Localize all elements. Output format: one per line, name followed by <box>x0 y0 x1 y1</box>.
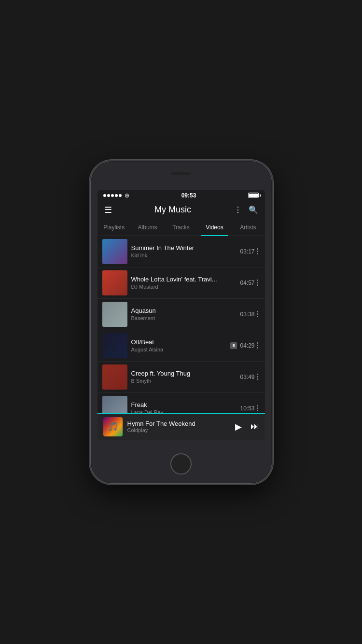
track-item[interactable]: AquasunBasement03:38 <box>97 299 265 330</box>
track-thumbnail <box>102 364 127 390</box>
now-playing-artist: Coldplay <box>127 427 230 433</box>
more-dot <box>257 248 258 250</box>
phone-frame: ⊛ 09:53 ☰ My Music ⋮ 🔍 PlaylistsAlbumsTr… <box>91 161 272 483</box>
status-time: 09:53 <box>181 192 196 199</box>
track-info: FreakLana Del Rey <box>127 401 240 413</box>
track-more-button[interactable] <box>255 403 260 413</box>
more-options-icon[interactable]: ⋮ <box>234 205 242 214</box>
now-playing-thumbnail: 🎵 <box>103 417 123 436</box>
more-dot <box>257 407 258 409</box>
more-dot <box>257 251 258 252</box>
track-artist: DJ Mustard <box>131 284 237 290</box>
tab-tracks[interactable]: Tracks <box>164 219 197 236</box>
track-more-button[interactable] <box>255 246 260 256</box>
now-playing-thumb-bg: 🎵 <box>103 417 123 436</box>
camera <box>180 168 182 171</box>
status-left: ⊛ <box>103 192 129 199</box>
more-dot <box>257 345 258 346</box>
more-dot <box>257 374 258 375</box>
more-dot <box>257 282 258 283</box>
signal-dot <box>111 194 114 197</box>
now-playing-bar[interactable]: 🎵 Hymn For The Weekend Coldplay ▶ ⏭ <box>97 413 265 440</box>
status-bar: ⊛ 09:53 <box>97 190 265 201</box>
signal-dots <box>103 194 122 197</box>
more-dot <box>257 316 258 317</box>
track-duration: 03:17 <box>240 248 254 255</box>
track-duration: 03:49 <box>240 374 254 380</box>
track-more-button[interactable] <box>255 340 260 350</box>
more-dot <box>257 376 258 378</box>
tabs: PlaylistsAlbumsTracksVideosArtists <box>97 219 265 236</box>
track-thumbnail <box>102 302 127 327</box>
track-thumbnail <box>102 270 127 295</box>
track-info: AquasunBasement <box>127 307 240 321</box>
track-item[interactable]: Whole Lotta Lovin' feat. Travi...DJ Must… <box>97 267 265 299</box>
signal-dot <box>103 194 106 197</box>
signal-dot <box>107 194 110 197</box>
track-more-button[interactable] <box>255 309 260 319</box>
header: ☰ My Music ⋮ 🔍 <box>97 201 265 219</box>
track-duration: 03:38 <box>240 311 254 318</box>
now-playing-title: Hymn For The Weekend <box>127 420 230 427</box>
thumb-bg <box>102 333 127 358</box>
home-button[interactable] <box>170 453 192 475</box>
track-item[interactable]: Off/BeatAugust AlsinaE04:29 <box>97 330 265 362</box>
track-artist: Kid Ink <box>131 252 237 258</box>
track-meta: 03:17 <box>240 248 254 255</box>
track-meta: 04:57 <box>240 280 254 286</box>
track-item[interactable]: Creep ft. Young ThugB Smyth03:49 <box>97 362 265 393</box>
track-title: Aquasun <box>131 307 237 314</box>
track-item[interactable]: FreakLana Del Rey10:53 <box>97 393 265 413</box>
thumb-bg <box>102 270 127 295</box>
thumb-bg <box>102 302 127 327</box>
track-title: Summer In The Winter <box>131 244 237 252</box>
track-duration: 04:57 <box>240 280 254 286</box>
header-actions: ⋮ 🔍 <box>234 205 258 214</box>
track-thumbnail <box>102 239 127 264</box>
more-dot <box>257 410 258 411</box>
track-title: Whole Lotta Lovin' feat. Travi... <box>131 276 237 283</box>
more-dot <box>257 311 258 312</box>
battery-fill <box>249 194 258 197</box>
track-meta: 03:38 <box>240 311 254 318</box>
signal-dot <box>119 194 122 197</box>
more-dot <box>257 347 258 349</box>
track-meta: 10:53 <box>240 405 254 412</box>
track-title: Off/Beat <box>131 338 227 346</box>
next-button[interactable]: ⏭ <box>251 421 259 432</box>
track-meta: 03:49 <box>240 374 254 380</box>
battery-icon <box>248 193 259 198</box>
track-list: Summer In The WinterKid Ink03:17Whole Lo… <box>97 236 265 413</box>
more-dot <box>257 253 258 254</box>
explicit-badge: E <box>230 342 237 349</box>
track-artist: Basement <box>131 315 237 321</box>
now-playing-info: Hymn For The Weekend Coldplay <box>123 420 235 433</box>
more-dot <box>257 284 258 286</box>
track-thumbnail <box>102 333 127 358</box>
track-duration: 10:53 <box>240 405 254 412</box>
track-title: Creep ft. Young Thug <box>131 370 237 377</box>
thumb-bg <box>102 396 127 413</box>
tab-artists[interactable]: Artists <box>231 219 265 236</box>
track-more-button[interactable] <box>255 372 260 382</box>
track-info: Off/BeatAugust Alsina <box>127 338 231 352</box>
track-info: Creep ft. Young ThugB Smyth <box>127 370 240 384</box>
more-dot <box>257 342 258 344</box>
tab-albums[interactable]: Albums <box>131 219 164 236</box>
tab-videos[interactable]: Videos <box>198 219 231 236</box>
now-playing-controls: ▶ ⏭ <box>235 421 259 432</box>
search-icon[interactable]: 🔍 <box>249 205 258 214</box>
track-more-button[interactable] <box>255 278 260 288</box>
track-thumbnail <box>102 396 127 413</box>
menu-icon[interactable]: ☰ <box>104 205 112 215</box>
track-item[interactable]: Summer In The WinterKid Ink03:17 <box>97 236 265 267</box>
phone-screen: ⊛ 09:53 ☰ My Music ⋮ 🔍 PlaylistsAlbumsTr… <box>97 190 265 440</box>
track-duration: 04:29 <box>240 342 254 349</box>
more-dot <box>257 405 258 406</box>
track-artist: August Alsina <box>131 347 227 352</box>
track-info: Whole Lotta Lovin' feat. Travi...DJ Must… <box>127 276 240 290</box>
play-button[interactable]: ▶ <box>235 421 242 432</box>
page-title: My Music <box>154 205 191 215</box>
track-title: Freak <box>131 401 237 408</box>
tab-playlists[interactable]: Playlists <box>97 219 131 236</box>
